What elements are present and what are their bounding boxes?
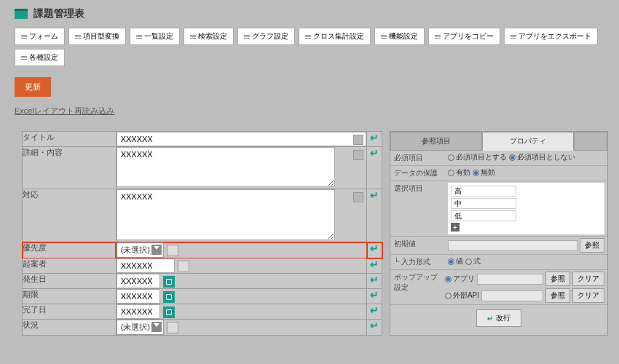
calendar-icon[interactable] [163, 276, 175, 288]
return-arrow-icon[interactable]: ↵ [367, 304, 382, 320]
radio-popup-api[interactable]: 外部API [445, 290, 479, 301]
radio-icon [448, 154, 454, 161]
radio-formula[interactable]: 式 [465, 256, 481, 266]
return-arrow-icon[interactable]: ↵ [367, 258, 382, 274]
toolbar-form-btn[interactable]: フォーム [15, 28, 65, 45]
popup-ref-button[interactable]: 参照 [545, 272, 570, 286]
label-priority[interactable]: 優先度 [23, 242, 117, 258]
row-deadline: 期限 ↵ [23, 289, 382, 304]
return-arrow-icon[interactable]: ↵ [367, 289, 382, 304]
field-action-icon[interactable] [353, 150, 363, 160]
return-arrow-icon[interactable]: ↵ [367, 189, 382, 242]
prop-popup-label: ポップアップ設定 [390, 270, 442, 295]
toolbar-feature-btn[interactable]: 機能設定 [374, 28, 425, 45]
label-detail[interactable]: 詳細・内容 [23, 147, 117, 189]
menu-icon [21, 35, 27, 39]
chevron-down-icon [154, 246, 159, 250]
app-title: 課題管理表 [33, 7, 84, 20]
tab-reference[interactable]: 参照項目 [390, 132, 482, 151]
return-arrow-icon[interactable]: ↵ [367, 132, 382, 147]
prop-options-label: 選択項目 [390, 181, 445, 196]
toolbar-export-btn[interactable]: アプリをエクスポート [504, 28, 598, 45]
return-arrow-icon[interactable]: ↵ [367, 320, 382, 336]
label-response[interactable]: 対応 [23, 189, 117, 242]
field-action-icon[interactable] [167, 322, 178, 333]
radio-popup-app[interactable]: アプリ [445, 274, 475, 284]
field-action-icon[interactable] [167, 245, 178, 256]
select-status[interactable]: (未選択) [117, 320, 164, 335]
field-action-icon[interactable] [178, 261, 189, 272]
popup-api-input[interactable] [481, 290, 543, 301]
app-icon [15, 9, 28, 19]
return-arrow-icon[interactable]: ↵ [367, 242, 382, 258]
menu-icon [381, 35, 387, 39]
return-arrow-icon[interactable]: ↵ [367, 274, 382, 289]
option-item-1[interactable] [451, 198, 516, 209]
calendar-icon[interactable] [163, 306, 175, 318]
field-action-icon[interactable] [353, 192, 363, 202]
row-detail: 詳細・内容 XXXXXX ↵ [23, 147, 382, 189]
newline-button[interactable]: ↵改行 [476, 309, 521, 327]
toolbar-copy-btn[interactable]: アプリをコピー [428, 28, 500, 45]
popup-api-ref-button[interactable]: 参照 [545, 288, 570, 303]
field-action-icon[interactable] [353, 135, 363, 145]
radio-value[interactable]: 値 [448, 256, 463, 266]
radio-required-no[interactable]: 必須項目としない [509, 152, 575, 162]
prop-protect-label: データの保護 [390, 166, 445, 181]
row-creator: 起案者 ↵ [23, 258, 382, 274]
option-item-2[interactable] [451, 210, 516, 221]
menu-icon [21, 56, 27, 60]
input-deadline[interactable] [117, 289, 160, 304]
label-title[interactable]: タイトル [23, 132, 117, 147]
menu-icon [435, 35, 441, 39]
input-creator[interactable] [117, 258, 175, 273]
add-option-button[interactable]: + [451, 223, 460, 232]
tab-properties[interactable]: プロパティ [482, 132, 574, 151]
option-list: + [448, 183, 604, 234]
textarea-detail[interactable]: XXXXXX [117, 147, 335, 187]
toolbar-list-btn[interactable]: 一覧設定 [130, 28, 180, 45]
radio-icon [465, 258, 472, 265]
popup-api-clear-button[interactable]: クリア [572, 288, 604, 303]
radio-icon [473, 170, 479, 176]
menu-icon [136, 35, 142, 39]
row-title: タイトル ↵ [23, 132, 382, 147]
input-occur-date[interactable] [117, 274, 160, 288]
textarea-response[interactable]: XXXXXX [117, 189, 335, 240]
label-done-date[interactable]: 完了日 [23, 304, 117, 320]
toolbar-field-type-btn[interactable]: 項目型変換 [68, 28, 126, 45]
return-arrow-icon[interactable]: ↵ [367, 147, 382, 189]
input-title[interactable] [117, 132, 367, 146]
select-priority[interactable]: (未選択) [117, 242, 164, 258]
label-creator[interactable]: 起案者 [23, 258, 117, 274]
menu-icon [190, 35, 196, 39]
prop-required-label: 必須項目 [390, 151, 445, 165]
prop-input-type-label: └ 入力形式 [390, 255, 445, 269]
radio-protect-on[interactable]: 有効 [448, 167, 470, 178]
calendar-icon[interactable] [163, 291, 175, 303]
option-item-0[interactable] [451, 186, 516, 197]
toolbar-graph-btn[interactable]: グラフ設定 [237, 28, 295, 45]
radio-icon [509, 154, 516, 161]
row-status: 状況 (未選択) ↵ [23, 320, 382, 336]
initial-value-input[interactable] [448, 240, 577, 251]
return-arrow-icon: ↵ [487, 314, 493, 323]
menu-icon [75, 35, 81, 39]
update-button[interactable]: 更新 [15, 77, 51, 97]
popup-clear-button[interactable]: クリア [572, 272, 604, 286]
excel-reload-link[interactable]: Excelレイアウト再読み込み [15, 106, 114, 116]
toolbar: フォーム 項目型変換 一覧設定 検索設定 グラフ設定 クロス集計設定 機能設定 … [0, 28, 619, 77]
popup-app-input[interactable] [477, 274, 543, 285]
toolbar-cross-btn[interactable]: クロス集計設定 [299, 28, 371, 45]
ref-button[interactable]: 参照 [580, 238, 604, 253]
toolbar-misc-btn[interactable]: 各種設定 [15, 49, 65, 66]
input-done-date[interactable] [117, 304, 160, 319]
radio-icon [445, 293, 452, 299]
label-status[interactable]: 状況 [23, 320, 117, 336]
label-occur-date[interactable]: 発生日 [23, 274, 117, 289]
form-layout-table: タイトル ↵ 詳細・内容 XXXXXX ↵ 対応 XXXXXX ↵ 優先度 (未… [22, 131, 382, 336]
toolbar-search-btn[interactable]: 検索設定 [184, 28, 234, 45]
radio-protect-off[interactable]: 無効 [473, 167, 495, 178]
radio-required-yes[interactable]: 必須項目とする [448, 152, 507, 162]
label-deadline[interactable]: 期限 [23, 289, 117, 304]
